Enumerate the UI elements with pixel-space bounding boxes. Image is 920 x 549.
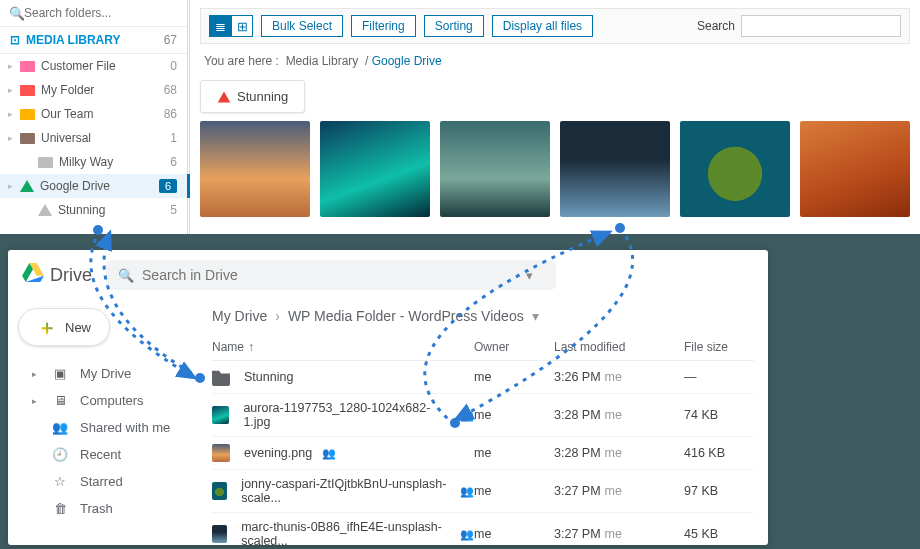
media-main: ≣ ⊞ Bulk Select Filtering Sorting Displa… (190, 0, 920, 234)
cell-name: evening.png👥 (212, 444, 474, 462)
sidebar-search[interactable]: 🔍 (0, 0, 187, 27)
drive-logo[interactable]: Drive (22, 263, 92, 288)
subfolder-label: Stunning (237, 89, 288, 104)
thumbnail-grid (200, 121, 910, 217)
media-thumb[interactable] (800, 121, 910, 217)
search-icon: 🔍 (118, 268, 134, 283)
drive-nav-starred[interactable]: ☆Starred (18, 468, 188, 495)
col-owner[interactable]: Owner (474, 340, 554, 354)
chevron-down-icon[interactable]: ▾ (532, 308, 539, 324)
tree-item-milky-way[interactable]: Milky Way6 (0, 150, 187, 174)
drive-nav-recent[interactable]: 🕘Recent (18, 441, 188, 468)
tree-item-label: Customer File (41, 59, 170, 73)
grid-view-button[interactable]: ⊞ (231, 15, 253, 37)
drive-main: My Drive › WP Media Folder - WordPress V… (198, 300, 768, 545)
toolbar-search-input[interactable] (741, 15, 901, 37)
tree-item-customer-file[interactable]: ▸Customer File0 (0, 54, 187, 78)
cell-size: 97 KB (684, 484, 754, 498)
drive-nav-trash[interactable]: 🗑Trash (18, 495, 188, 522)
folder-icon (212, 368, 230, 386)
drive-nav-computers[interactable]: ▸🖥Computers (18, 387, 188, 414)
drive-body: ＋ New ▸▣My Drive▸🖥Computers👥Shared with … (8, 300, 768, 545)
tree-item-count: 86 (164, 107, 177, 121)
tree-item-label: My Folder (41, 83, 164, 97)
folder-icon (20, 109, 35, 120)
media-toolbar: ≣ ⊞ Bulk Select Filtering Sorting Displa… (200, 8, 910, 44)
media-thumb[interactable] (680, 121, 790, 217)
search-options-icon[interactable]: ▾ (514, 268, 544, 283)
media-thumb[interactable] (560, 121, 670, 217)
cell-owner: me (474, 484, 554, 498)
drive-nav-my-drive[interactable]: ▸▣My Drive (18, 360, 188, 387)
display-all-button[interactable]: Display all files (492, 15, 593, 37)
tree-item-count: 1 (170, 131, 177, 145)
drive-nav-shared-with-me[interactable]: 👥Shared with me (18, 414, 188, 441)
chevron-icon: ▸ (8, 109, 18, 119)
filtering-button[interactable]: Filtering (351, 15, 416, 37)
list-view-button[interactable]: ≣ (209, 15, 231, 37)
drive-row[interactable]: Stunningme3:26 PMme— (212, 361, 754, 394)
tree-item-universal[interactable]: ▸Universal1 (0, 126, 187, 150)
drive-search[interactable]: 🔍 ▾ (106, 260, 556, 290)
sidebar-search-input[interactable] (24, 6, 177, 20)
drive-search-input[interactable] (142, 267, 514, 283)
drive-table-header: Name ↑ Owner Last modified File size (212, 334, 754, 361)
bulk-select-button[interactable]: Bulk Select (261, 15, 343, 37)
drive-row[interactable]: marc-thunis-0B86_ifhE4E-unsplash-scaled.… (212, 513, 754, 545)
sorting-button[interactable]: Sorting (424, 15, 484, 37)
tree-item-label: Stunning (58, 203, 170, 217)
shared-icon: 👥 (460, 485, 474, 498)
nav-label: Recent (80, 447, 121, 462)
drive-row[interactable]: aurora-1197753_1280-1024x682-1.jpg👥me3:2… (212, 394, 754, 437)
shared-icon: 👥 (460, 528, 474, 541)
drive-row[interactable]: jonny-caspari-ZtIQjtbkBnU-unsplash-scale… (212, 470, 754, 513)
col-name[interactable]: Name ↑ (212, 340, 474, 354)
shared-icon: 👥 (322, 447, 336, 460)
tree-item-label: Milky Way (59, 155, 170, 169)
tree-item-count: 0 (170, 59, 177, 73)
tree-item-google-drive[interactable]: ▸Google Drive6 (0, 174, 187, 198)
cell-name: aurora-1197753_1280-1024x682-1.jpg👥 (212, 401, 474, 429)
drive-crumb-leaf[interactable]: WP Media Folder - WordPress Videos (288, 308, 524, 324)
gdrive-icon (20, 180, 34, 192)
chevron-icon: ▸ (8, 61, 18, 71)
col-size[interactable]: File size (684, 340, 754, 354)
media-thumb[interactable] (320, 121, 430, 217)
tree-item-count: 6 (170, 155, 177, 169)
cell-owner: me (474, 370, 554, 384)
drive-crumb-root[interactable]: My Drive (212, 308, 267, 324)
new-button[interactable]: ＋ New (18, 308, 110, 346)
cell-name: jonny-caspari-ZtIQjtbkBnU-unsplash-scale… (212, 477, 474, 505)
shared-icon: 👥 (460, 409, 474, 422)
cell-modified: 3:28 PMme (554, 408, 684, 422)
cell-size: 74 KB (684, 408, 754, 422)
library-header[interactable]: ⊡ MEDIA LIBRARY 67 (0, 27, 187, 54)
library-icon: ⊡ (10, 33, 20, 47)
file-name: marc-thunis-0B86_ifhE4E-unsplash-scaled.… (241, 520, 450, 545)
gdrive-icon (38, 204, 52, 216)
file-name: aurora-1197753_1280-1024x682-1.jpg (243, 401, 450, 429)
tree-item-my-folder[interactable]: ▸My Folder68 (0, 78, 187, 102)
cell-size: 416 KB (684, 446, 754, 460)
subfolder-card[interactable]: Stunning (200, 80, 305, 113)
file-name: Stunning (244, 370, 293, 384)
tree-item-our-team[interactable]: ▸Our Team86 (0, 102, 187, 126)
col-modified[interactable]: Last modified (554, 340, 684, 354)
media-thumb[interactable] (440, 121, 550, 217)
media-thumb[interactable] (200, 121, 310, 217)
breadcrumb-root[interactable]: Media Library (286, 54, 359, 68)
new-button-label: New (65, 320, 91, 335)
chevron-icon: ▸ (8, 133, 18, 143)
breadcrumb-leaf[interactable]: Google Drive (372, 54, 442, 68)
folder-icon (20, 85, 35, 96)
starred-icon: ☆ (52, 474, 68, 489)
drive-row[interactable]: evening.png👥me3:28 PMme416 KB (212, 437, 754, 470)
google-drive-app: Drive 🔍 ▾ ＋ New ▸▣My Drive▸🖥Computers👥Sh… (8, 250, 768, 545)
chevron-right-icon: › (275, 308, 280, 324)
drive-breadcrumb: My Drive › WP Media Folder - WordPress V… (212, 304, 754, 334)
cell-name: marc-thunis-0B86_ifhE4E-unsplash-scaled.… (212, 520, 474, 545)
file-name: evening.png (244, 446, 312, 460)
cell-modified: 3:27 PMme (554, 484, 684, 498)
toolbar-search: Search (697, 15, 901, 37)
tree-item-stunning[interactable]: Stunning5 (0, 198, 187, 222)
